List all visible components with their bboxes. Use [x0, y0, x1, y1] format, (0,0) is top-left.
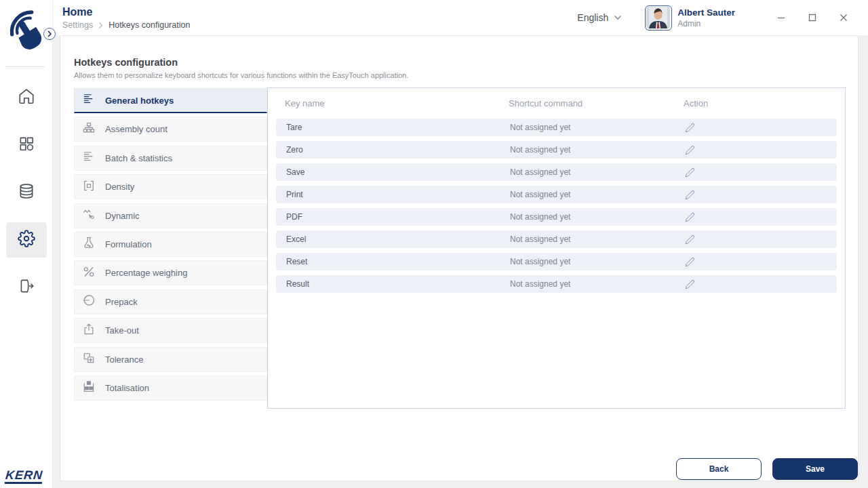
shortcut-cell: Not assigned yet [510, 123, 685, 132]
category-formulation[interactable]: Formulation [74, 232, 267, 257]
table-body: Tare Not assigned yet Zero Not assigned … [268, 119, 845, 293]
category-prepack[interactable]: Prepack [74, 289, 267, 314]
category-batch-statistics[interactable]: Batch & statistics [74, 146, 267, 171]
breadcrumb-chevron-icon [98, 22, 103, 29]
breadcrumb: Settings Hotkeys configuration [62, 20, 190, 30]
sidebar-item-settings[interactable] [6, 222, 47, 258]
shortcut-cell: Not assigned yet [510, 257, 685, 266]
home-icon [18, 87, 35, 108]
dynamic-icon [82, 207, 96, 224]
column-key-name: Key name [285, 98, 509, 108]
header-bar: Home Settings Hotkeys configuration Engl… [53, 0, 868, 35]
key-name-cell: Excel [286, 235, 510, 244]
category-label: Batch & statistics [105, 153, 172, 163]
sidebar-item-database[interactable] [6, 175, 47, 210]
key-name-cell: Print [286, 190, 510, 199]
table-row-zero: Zero Not assigned yet [276, 141, 837, 159]
page-title: Home [62, 5, 190, 20]
shortcut-cell: Not assigned yet [510, 167, 685, 177]
breadcrumb-current: Hotkeys configuration [108, 20, 190, 30]
sidebar: KERN [0, 0, 53, 488]
edit-pencil-icon[interactable] [685, 167, 695, 178]
text-lines-icon [82, 92, 96, 108]
category-percentage-weighing[interactable]: Percentage weighing [74, 260, 267, 285]
table-row-result: Result Not assigned yet [276, 275, 837, 293]
edit-pencil-icon[interactable] [685, 235, 695, 245]
category-assembly-count[interactable]: Assembly count [74, 117, 267, 142]
category-tolerance[interactable]: Tolerance [74, 347, 267, 372]
maximize-icon[interactable] [807, 12, 818, 23]
back-button[interactable]: Back [676, 458, 762, 480]
section-title: Hotkeys configuration [74, 57, 178, 68]
table-row-reset: Reset Not assigned yet [276, 253, 837, 270]
table-row-print: Print Not assigned yet [276, 186, 837, 203]
save-button[interactable]: Save [772, 458, 858, 480]
category-dynamic[interactable]: Dynamic [74, 203, 267, 228]
category-general-hotkeys[interactable]: General hotkeys [74, 88, 267, 113]
table-row-excel: Excel Not assigned yet [276, 230, 837, 248]
database-icon [18, 182, 35, 203]
shortcut-cell: Not assigned yet [510, 235, 685, 244]
category-take-out[interactable]: Take-out [74, 318, 267, 343]
edit-pencil-icon[interactable] [685, 145, 695, 155]
category-label: Totalisation [105, 383, 149, 393]
flask-icon [82, 236, 96, 252]
category-label: Assembly count [105, 124, 167, 134]
category-label: Take-out [105, 325, 139, 336]
column-action: Action [684, 98, 845, 108]
sidebar-expand-button[interactable] [43, 28, 56, 40]
tolerance-icon [82, 351, 96, 367]
text-lines-icon [82, 150, 96, 166]
sidebar-nav [0, 80, 53, 317]
hotkey-category-list: General hotkeys Assembly count Batch & s… [74, 88, 267, 404]
content-card: Hotkeys configuration Allows them to per… [60, 35, 859, 481]
edit-pencil-icon[interactable] [685, 190, 695, 200]
window-controls [776, 12, 849, 23]
shortcut-cell: Not assigned yet [510, 145, 685, 155]
edit-pencil-icon[interactable] [685, 212, 695, 222]
edit-pencil-icon[interactable] [685, 257, 695, 267]
category-density[interactable]: Density [74, 174, 267, 199]
chevron-down-icon [614, 15, 622, 20]
category-label: Dynamic [105, 211, 140, 221]
category-label: Density [105, 182, 134, 192]
key-name-cell: PDF [286, 212, 510, 222]
assembly-icon [82, 121, 96, 138]
minimize-icon[interactable] [776, 12, 787, 23]
user-name: Albert Sauter [677, 7, 735, 20]
edit-pencil-icon[interactable] [685, 123, 695, 133]
chevron-right-icon [47, 30, 52, 37]
close-icon[interactable] [838, 12, 849, 23]
sidebar-item-home[interactable] [6, 80, 47, 115]
shortcut-cell: Not assigned yet [510, 279, 685, 289]
sidebar-item-logout[interactable] [6, 270, 47, 305]
sidebar-divider [5, 66, 45, 67]
user-block[interactable]: Albert Sauter Admin [677, 7, 735, 29]
breadcrumb-parent[interactable]: Settings [62, 20, 93, 30]
kern-brand-logo: KERN [5, 468, 43, 483]
key-name-cell: Reset [286, 257, 510, 266]
key-name-cell: Result [286, 279, 510, 289]
section-subtitle: Allows them to personalize keyboard shor… [74, 71, 408, 79]
logout-icon [18, 277, 35, 298]
key-name-cell: Save [286, 167, 510, 177]
hotkeys-table: Key name Shortcut command Action Tare No… [267, 87, 846, 409]
table-header: Key name Shortcut command Action [268, 88, 845, 119]
category-label: General hotkeys [105, 96, 174, 106]
totalisation-icon [82, 380, 96, 396]
sidebar-item-applications[interactable] [6, 127, 47, 163]
shortcut-cell: Not assigned yet [510, 212, 685, 222]
category-label: Tolerance [105, 354, 143, 365]
header-right: English Albert Sauter Admin [577, 5, 868, 30]
edit-pencil-icon[interactable] [685, 279, 695, 289]
category-totalisation[interactable]: Totalisation [74, 375, 267, 401]
avatar[interactable] [645, 5, 672, 30]
language-label: English [577, 12, 608, 23]
table-row-save: Save Not assigned yet [276, 163, 837, 181]
title-block: Home Settings Hotkeys configuration [62, 5, 190, 30]
easytouch-logo-icon [5, 7, 47, 60]
category-label: Prepack [105, 297, 138, 307]
density-icon [82, 179, 96, 195]
language-selector[interactable]: English [577, 12, 622, 23]
column-shortcut-command: Shortcut command [509, 98, 684, 108]
